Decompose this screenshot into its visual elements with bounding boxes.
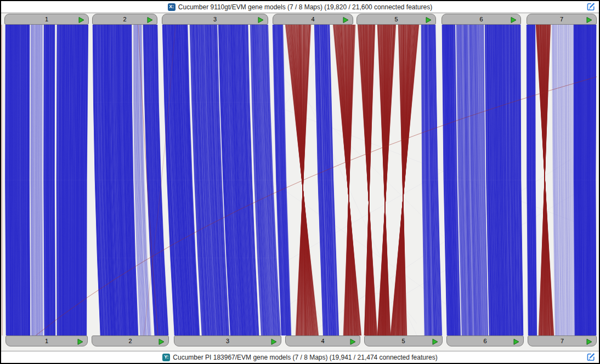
play-arrow-icon[interactable] <box>343 17 349 23</box>
play-arrow-icon[interactable] <box>159 339 165 345</box>
edit-icon <box>586 2 596 11</box>
chromosome-label: 4 <box>321 338 324 344</box>
chromosome-header-top-4[interactable]: 4 <box>273 14 353 25</box>
chromosome-label: 7 <box>561 338 564 344</box>
chromosome-label: 3 <box>213 16 217 22</box>
play-arrow-icon[interactable] <box>258 17 264 23</box>
synteny-lines-canvas[interactable] <box>1 13 599 351</box>
synteny-viewer-window: X: Cucumber 9110gt/EVM gene models (7 / … <box>0 0 600 364</box>
chromosome-label: 6 <box>479 16 483 22</box>
chromosome-label: 2 <box>123 16 126 22</box>
play-arrow-icon[interactable] <box>432 339 438 345</box>
chromosome-header-top-5[interactable]: 5 <box>356 14 436 25</box>
play-arrow-icon[interactable] <box>511 17 517 23</box>
play-arrow-icon[interactable] <box>147 17 153 23</box>
chromosome-header-bottom-7[interactable]: 7 <box>528 335 597 346</box>
chromosome-header-bottom-3[interactable]: 3 <box>174 335 281 346</box>
chromosome-header-bottom-2[interactable]: 2 <box>92 335 169 346</box>
chromosome-label: 2 <box>128 338 132 344</box>
top-map-titlebar: X: Cucumber 9110gt/EVM gene models (7 / … <box>1 1 599 13</box>
play-arrow-icon[interactable] <box>513 339 519 345</box>
chromosome-header-bottom-4[interactable]: 4 <box>285 335 360 346</box>
edit-top-map-button[interactable] <box>586 2 596 12</box>
play-arrow-icon[interactable] <box>586 17 592 23</box>
chromosome-header-bottom-6[interactable]: 6 <box>446 335 524 346</box>
play-arrow-icon[interactable] <box>426 17 432 23</box>
chromosome-header-top-6[interactable]: 6 <box>441 14 521 25</box>
chromosome-header-top-3[interactable]: 3 <box>162 14 268 25</box>
chromosome-header-top-1[interactable]: 1 <box>4 14 89 25</box>
play-arrow-icon[interactable] <box>78 17 84 23</box>
chromosome-header-bottom-1[interactable]: 1 <box>5 335 88 346</box>
chromosome-label: 6 <box>483 338 486 344</box>
chromosome-label: 1 <box>45 16 48 22</box>
bottom-map-titlebar: Y: Cucumber PI 183967/EVM gene models (7… <box>1 351 599 363</box>
chromosome-label: 3 <box>226 338 229 344</box>
play-arrow-icon[interactable] <box>271 339 277 345</box>
play-arrow-icon[interactable] <box>77 339 83 345</box>
chromosome-label: 5 <box>401 338 405 344</box>
chromosome-label: 1 <box>45 338 48 344</box>
top-map-title: Cucumber 9110gt/EVM gene models (7 / 8 M… <box>178 3 432 11</box>
edit-bottom-map-button[interactable] <box>586 352 596 362</box>
chromosome-label: 5 <box>394 16 398 22</box>
chromosome-header-top-2[interactable]: 2 <box>92 14 157 25</box>
chromosome-header-bottom-5[interactable]: 5 <box>364 335 443 346</box>
chromosome-header-top-7[interactable]: 7 <box>527 14 597 25</box>
x-map-icon: X: <box>168 3 176 11</box>
chromosome-label: 7 <box>560 16 563 22</box>
y-map-icon: Y: <box>162 354 170 361</box>
bottom-map-title: Cucumber PI 183967/EVM gene models (7 / … <box>173 354 437 361</box>
chromosome-label: 4 <box>311 16 314 22</box>
play-arrow-icon[interactable] <box>350 339 356 345</box>
edit-icon <box>586 352 596 361</box>
play-arrow-icon[interactable] <box>586 339 592 345</box>
